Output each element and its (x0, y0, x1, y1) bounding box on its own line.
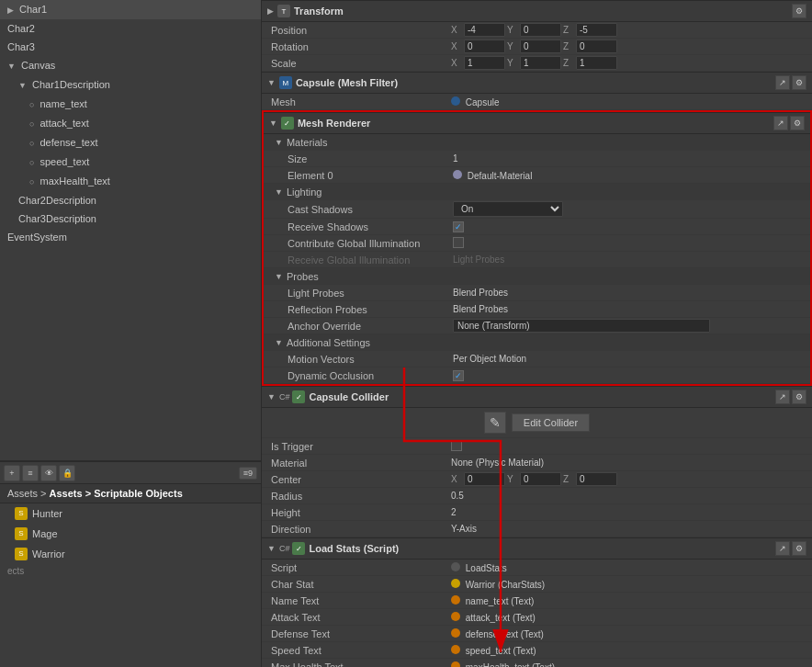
receive-shadows-checkbox[interactable] (453, 221, 464, 232)
defense-text-row: Defense Text defense_text (Text) (262, 626, 812, 642)
materials-section-header[interactable]: ▼ Materials (264, 134, 810, 151)
rotation-y-input[interactable] (520, 40, 561, 53)
reflection-probes-row: Reflection Probes Blend Probes (264, 301, 810, 318)
collider-ref-btn[interactable]: ↗ (775, 390, 790, 404)
hierarchy-panel: ▶ Char1 Char2 Char3 ▼ Canvas ▼ Char1Desc… (0, 0, 261, 461)
edit-collider-row: ✎ Edit Collider (262, 408, 812, 438)
meshfilter-ref-btn[interactable]: ↗ (775, 75, 790, 90)
rotation-row: Rotation X Y Z (262, 39, 812, 55)
rotation-z-input[interactable] (576, 40, 617, 53)
edit-collider-button[interactable]: Edit Collider (512, 413, 590, 432)
speedtext-icon (451, 645, 460, 654)
hierarchy-item-defensetext[interactable]: ○ defense_text (0, 133, 261, 153)
attack-text-row: Attack Text attack_text (Text) (262, 609, 812, 626)
count-badge: ≡9 (239, 467, 257, 480)
hierarchy-item-char3desc[interactable]: Char3Description (0, 209, 261, 228)
radius-row: Radius 0.5 (262, 488, 812, 504)
loadstats-header[interactable]: ▼ C# ✓ Load Stats (Script) ↗ ⚙ (262, 537, 812, 560)
hierarchy-item-char3[interactable]: Char3 (0, 38, 261, 56)
meshfilter-settings-btn[interactable]: ⚙ (792, 75, 806, 90)
meshrenderer-settings-btn[interactable]: ⚙ (790, 116, 805, 130)
hierarchy-item-nametext[interactable]: ○ name_text (0, 95, 261, 114)
asset-item-mage[interactable]: S Mage (0, 524, 261, 544)
collider-checkbox[interactable]: ✓ (292, 390, 305, 403)
hierarchy-toolbar: + ≡ 👁 🔒 ≡9 (0, 461, 261, 483)
dot-nametext: ○ (29, 100, 34, 109)
contribute-gi-checkbox[interactable] (453, 237, 464, 248)
hierarchy-item-eventsystem[interactable]: EventSystem (0, 228, 261, 246)
collider-settings-btn[interactable]: ⚙ (792, 390, 806, 404)
lighting-section-header[interactable]: ▼ Lighting (264, 184, 810, 200)
receive-gi-row: Receive Global Illumination Light Probes (264, 252, 810, 268)
add-button[interactable]: + (4, 465, 20, 481)
filter-button[interactable]: ≡ (22, 465, 39, 481)
loadstats-arrow: ▼ (267, 544, 276, 553)
lock-button[interactable]: 🔒 (59, 465, 75, 481)
motion-vectors-row: Motion Vectors Per Object Motion (264, 351, 810, 367)
charstat-icon (451, 579, 460, 588)
dot-defensetext: ○ (29, 139, 34, 148)
position-z-input[interactable] (576, 23, 617, 37)
meshfilter-header[interactable]: ▼ M Capsule (Mesh Filter) ↗ ⚙ (262, 72, 812, 94)
eye-button[interactable]: 👁 (40, 465, 57, 481)
loadstats-ref-btn[interactable]: ↗ (775, 541, 790, 556)
loadstats-settings-btn[interactable]: ⚙ (792, 541, 806, 556)
dynamic-occlusion-checkbox[interactable] (453, 370, 464, 381)
scale-y-input[interactable] (520, 56, 561, 70)
lighting-arrow: ▼ (275, 187, 283, 197)
attacktext-icon (451, 612, 460, 621)
hierarchy-item-speedtext[interactable]: ○ speed_text (0, 153, 261, 172)
asset-item-warrior[interactable]: S Warrior (0, 544, 261, 564)
hierarchy-item-char2desc[interactable]: Char2Description (0, 191, 261, 209)
rotation-x-input[interactable] (464, 40, 505, 53)
meshrenderer-checkbox[interactable]: ✓ (281, 117, 294, 130)
transform-icon: T (277, 5, 290, 17)
cast-shadows-select[interactable]: On Off Two Sided Shadows Only (453, 201, 563, 217)
scale-z-input[interactable] (576, 56, 617, 70)
meshrenderer-header[interactable]: ▼ ✓ Mesh Renderer ↗ ⚙ (264, 112, 810, 134)
speed-text-row: Speed Text speed_text (Text) (262, 642, 812, 659)
hierarchy-item-char1desc[interactable]: ▼ Char1Description (0, 75, 261, 95)
collider-cn-badge: C# (279, 392, 290, 401)
light-probes-row: Light Probes Blend Probes (264, 285, 810, 301)
transform-settings-btn[interactable]: ⚙ (792, 4, 806, 18)
materials-size-row: Size 1 (264, 151, 810, 167)
hierarchy-item-canvas[interactable]: ▼ Canvas (0, 56, 261, 75)
meshfilter-icon: M (279, 76, 292, 89)
name-text-row: Name Text name_text (Text) (262, 593, 812, 609)
center-y-input[interactable] (520, 472, 561, 486)
meshrenderer-ref-btn[interactable]: ↗ (773, 116, 788, 130)
anchor-override-input[interactable] (453, 319, 710, 333)
assets-breadcrumb: Assets > Assets > Scriptable Objects (0, 484, 261, 503)
script-row: Script LoadStats (262, 560, 812, 576)
collider-header[interactable]: ▼ C# ✓ Capsule Collider ↗ ⚙ (262, 386, 812, 408)
hierarchy-item-attacktext[interactable]: ○ attack_text (0, 114, 261, 133)
hierarchy-item-char1[interactable]: ▶ Char1 (0, 0, 261, 19)
collider-center-row: Center X Y Z (262, 471, 812, 488)
position-y-input[interactable] (520, 23, 561, 37)
asset-item-hunter[interactable]: S Hunter (0, 503, 261, 524)
defensetext-icon (451, 628, 460, 638)
loadstats-checkbox[interactable]: ✓ (292, 542, 305, 555)
char-stat-row: Char Stat Warrior (CharStats) (262, 576, 812, 593)
center-x-input[interactable] (464, 472, 505, 486)
is-trigger-checkbox[interactable] (451, 440, 462, 451)
dot-maxhealthtext: ○ (29, 177, 34, 187)
scale-row: Scale X Y Z (262, 55, 812, 72)
material-icon (453, 170, 462, 179)
probes-section-header[interactable]: ▼ Probes (264, 268, 810, 285)
meshfilter-arrow: ▼ (267, 78, 276, 87)
center-z-input[interactable] (576, 472, 617, 486)
scale-x-input[interactable] (464, 56, 505, 70)
transform-header[interactable]: ▶ T Transform ⚙ (262, 0, 812, 22)
hierarchy-item-maxhealthtext[interactable]: ○ maxHealth_text (0, 172, 261, 191)
receive-shadows-row: Receive Shadows (264, 219, 810, 235)
max-health-text-row: Max Health Text maxHealth_text (Text) (262, 659, 812, 667)
additional-settings-header[interactable]: ▼ Additional Settings (264, 334, 810, 351)
position-x-input[interactable] (464, 23, 505, 37)
cast-shadows-row: Cast Shadows On Off Two Sided Shadows On… (264, 200, 810, 219)
hierarchy-item-char2[interactable]: Char2 (0, 19, 261, 38)
assets-panel: Assets > Assets > Scriptable Objects S H… (0, 483, 261, 667)
collider-arrow: ▼ (267, 392, 276, 401)
meshrenderer-arrow: ▼ (269, 119, 277, 128)
